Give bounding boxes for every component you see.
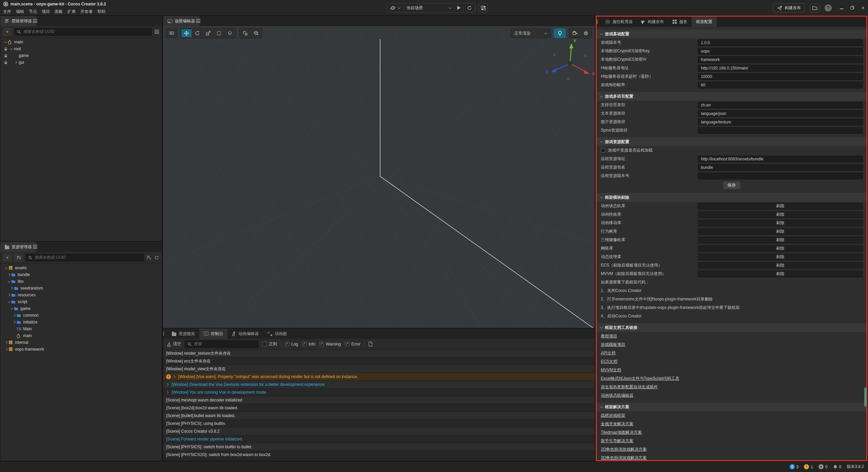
scene-viewport[interactable]: X Y Z 3D	[163, 26, 595, 328]
tab-hierarchy[interactable]: 层级管理器	[0, 16, 36, 26]
warning-counter[interactable]: ! 1	[804, 464, 813, 469]
config-input[interactable]: oops	[698, 48, 863, 55]
expander-icon[interactable]	[12, 333, 17, 338]
expander-icon[interactable]	[6, 272, 11, 277]
expander-icon[interactable]	[4, 340, 8, 345]
log-row[interactable]: ! [Scene] Cocos Creator v3.8.2	[163, 428, 595, 435]
expander-icon[interactable]	[13, 60, 18, 65]
error-counter[interactable]: × 0	[818, 464, 828, 469]
log-row[interactable]: ! [Window] Download the Vue Devtools ext…	[163, 381, 595, 389]
remove-module-button[interactable]: 剔除	[698, 271, 863, 277]
asset-node[interactable]: TS assets	[0, 264, 162, 271]
refresh-assets-icon[interactable]	[154, 255, 159, 260]
log-filter-checkbox[interactable]: Warning	[319, 342, 341, 347]
menu-item[interactable]: 帮助	[97, 9, 105, 15]
hierarchy-node[interactable]: game	[0, 52, 162, 59]
build-publish-button[interactable]: 构建发布	[773, 3, 805, 13]
config-input[interactable]: http://192.168.0.150/main/	[698, 65, 863, 72]
panel-menu-icon[interactable]	[33, 19, 37, 23]
console-tab[interactable]: 动画编辑器	[228, 329, 263, 339]
asset-node[interactable]: TS common	[0, 312, 162, 319]
remove-module-button[interactable]: 剔除	[698, 237, 863, 243]
neg-z-handle[interactable]	[553, 54, 556, 57]
remove-module-button[interactable]: 剔除	[698, 254, 863, 260]
config-input[interactable]: 60	[698, 82, 863, 88]
save-button[interactable]: 保存	[723, 181, 741, 190]
neg-x-handle[interactable]	[584, 54, 587, 57]
log-row[interactable]: ! [Scene] [box2d]:box2d wasm lib loaded.	[163, 404, 595, 412]
render-mode-select[interactable]: 正常渲染	[511, 28, 551, 38]
doc-link[interactable]: ECS文档	[601, 357, 617, 366]
asset-node[interactable]: TS libs	[0, 278, 162, 285]
menu-item[interactable]: 编辑	[16, 9, 24, 15]
asset-node[interactable]: TS internal	[0, 339, 162, 346]
asset-node[interactable]: TS main	[0, 332, 162, 339]
console-tab[interactable]: 控制台	[199, 329, 228, 339]
doc-link[interactable]: 教程项目	[601, 332, 617, 340]
inspector-tab[interactable]: 框架配置	[692, 17, 717, 27]
log-filter-checkbox[interactable]: Log	[285, 342, 298, 347]
hierarchy-search-input[interactable]: 搜索名称或 UUID	[14, 28, 152, 36]
remove-module-button[interactable]: 剔除	[698, 211, 863, 218]
log-row[interactable]: ! [Scene] Forward render pipeline initia…	[163, 435, 595, 443]
remove-module-button[interactable]: 剔除	[698, 245, 863, 252]
scene-camera-button[interactable]	[570, 29, 580, 37]
section-resource-config[interactable]: 游戏资源配置	[597, 137, 866, 146]
expander-icon[interactable]	[4, 347, 8, 352]
expander-icon[interactable]	[6, 279, 11, 284]
expander-icon[interactable]	[166, 391, 170, 393]
pivot-tool-button[interactable]	[225, 29, 235, 37]
asset-node[interactable]: TS bundle	[0, 271, 162, 278]
menu-item[interactable]: 节点	[29, 9, 37, 15]
panel-menu-icon[interactable]	[163, 332, 164, 335]
solution-link[interactable]: 2D角色扮演游戏解决方案	[601, 445, 647, 454]
console-tab[interactable]: 资源预览	[167, 329, 199, 339]
log-row[interactable]: ! [Scene] [bullet]:bullet wasm lib loade…	[163, 412, 595, 420]
clear-console-button[interactable]: 清空	[166, 341, 181, 347]
open-project-folder-button[interactable]	[810, 3, 820, 13]
section-language-config[interactable]: 游戏多语言配置	[597, 92, 866, 101]
expander-icon[interactable]	[6, 293, 11, 297]
expander-icon[interactable]	[3, 40, 8, 44]
add-asset-button[interactable]: +	[3, 254, 12, 261]
expander-icon[interactable]	[173, 376, 176, 378]
expander-icon[interactable]	[166, 383, 170, 386]
hierarchy-node[interactable]: main	[0, 39, 162, 45]
tab-scene-editor[interactable]: 场景编辑器	[163, 16, 199, 26]
help-icon[interactable]: ?	[825, 4, 832, 12]
dimension-toggle-button[interactable]: 3D	[166, 28, 177, 38]
section-module-strip[interactable]: 框架模块剔除	[597, 193, 866, 202]
expander-icon[interactable]	[12, 313, 17, 318]
x-axis-cone[interactable]	[584, 70, 590, 74]
config-input[interactable]	[698, 127, 863, 134]
panel-menu-icon[interactable]	[596, 20, 598, 23]
collapse-all-icon[interactable]	[155, 30, 159, 34]
expander-icon[interactable]	[9, 286, 14, 291]
log-row[interactable]: ! [Scene] [PHYSICS2D]: switch from box2d…	[163, 451, 595, 459]
config-input[interactable]: 10000	[698, 73, 863, 80]
asset-node[interactable]: TS script	[0, 298, 162, 305]
log-row[interactable]: ! [Window] model_view文件夹存在	[163, 365, 595, 373]
config-input[interactable]	[698, 173, 863, 179]
hierarchy-node[interactable]: root	[0, 45, 162, 52]
inspector-tab[interactable]: 构建发布	[637, 17, 668, 27]
expander-icon[interactable]	[12, 327, 17, 331]
scale-tool-button[interactable]	[203, 29, 213, 37]
section-doc-links[interactable]: 框架文档工具链接	[597, 323, 866, 332]
remove-module-button[interactable]: 剔除	[698, 228, 863, 235]
config-input[interactable]: http://localhost:8083/assets/bundle	[698, 156, 863, 162]
filter-assets-icon[interactable]	[146, 255, 152, 260]
solution-link[interactable]: 战棋游戏框架	[601, 411, 625, 420]
preview-device-button[interactable]	[387, 3, 403, 12]
notification-counter[interactable]: 0	[833, 465, 842, 469]
doc-link[interactable]: MVVM文档	[601, 366, 621, 374]
snap-corner-button[interactable]	[240, 29, 250, 37]
log-file-icon[interactable]	[368, 341, 373, 347]
play-button[interactable]	[454, 3, 463, 12]
menu-item[interactable]: 项目	[42, 9, 50, 15]
menu-item[interactable]: 面板	[55, 9, 63, 15]
neg-y-handle[interactable]	[567, 78, 570, 81]
reload-button[interactable]	[463, 3, 475, 12]
snap-cube-button[interactable]	[251, 29, 261, 37]
hierarchy-node[interactable]: gui	[0, 59, 162, 66]
